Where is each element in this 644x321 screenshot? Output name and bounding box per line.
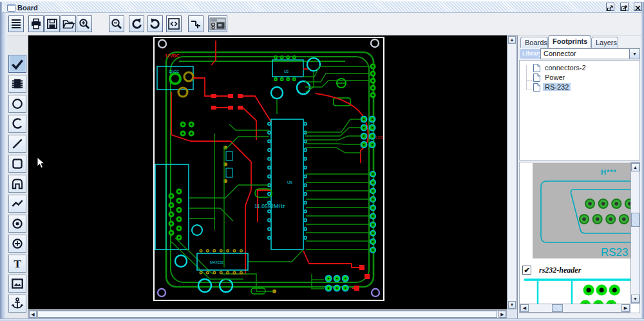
tool-anchor-button[interactable]	[8, 295, 26, 313]
tool-hole-button[interactable]	[8, 235, 26, 253]
code-icon	[167, 17, 180, 30]
scroll-up-arrow[interactable]: ▲	[631, 163, 639, 171]
polygon-icon	[10, 177, 24, 191]
canvas-hscrollbar[interactable]: ◀ ▶	[28, 310, 507, 318]
document-icon	[533, 64, 540, 72]
tab-layers-label: Layers	[596, 39, 617, 46]
undo-button[interactable]	[129, 15, 144, 32]
tool-rectangle-button[interactable]	[8, 155, 26, 173]
tool-arc-button[interactable]	[8, 115, 26, 133]
pcb-label-regulator: U2	[284, 70, 289, 73]
hole-icon	[10, 237, 24, 251]
scroll-right-arrow[interactable]: ▶	[498, 311, 506, 318]
rs232-header-checkbox[interactable]: ✔	[522, 266, 531, 275]
text-icon: T	[10, 257, 24, 271]
redo-icon	[149, 17, 162, 30]
pcb-label-supply-silk: 12VDC	[169, 70, 180, 73]
code-view-button[interactable]	[166, 15, 182, 32]
menu-icon	[10, 17, 23, 30]
tree-item-label: Power	[543, 73, 567, 81]
zoom-in-button[interactable]	[77, 15, 92, 32]
chip-icon	[10, 77, 24, 91]
save-button[interactable]	[44, 15, 60, 32]
tree-item-label: connectors-2	[543, 64, 588, 72]
tree-item-power[interactable]: Power	[533, 73, 567, 82]
board-preview-button[interactable]	[208, 15, 227, 32]
scroll-left-arrow[interactable]: ◀	[29, 311, 37, 318]
hscroll-thumb[interactable]	[552, 304, 563, 312]
tool-image-button[interactable]	[8, 275, 26, 293]
scroll-right-arrow[interactable]: ▶	[621, 304, 630, 312]
library-combo-arrow[interactable]: ▼	[629, 48, 640, 59]
title-bar[interactable]: Board	[2, 2, 641, 13]
scroll-up-arrow[interactable]: ▲	[508, 36, 516, 44]
tab-layers[interactable]: Layers	[591, 37, 618, 48]
vscroll-thumb[interactable]	[631, 213, 639, 227]
print-button[interactable]	[28, 15, 44, 32]
line-icon	[10, 137, 24, 151]
pcb-label-mcu: U9	[287, 180, 292, 184]
origin-icon	[189, 17, 202, 30]
pcb-label-transceiver: MAX232	[210, 260, 223, 264]
tool-polygon-button[interactable]	[8, 175, 26, 193]
scroll-left-arrow[interactable]: ◀	[520, 304, 529, 312]
preview-hscrollbar[interactable]: ◀ ▶	[520, 304, 630, 313]
tool-polyline-button[interactable]	[8, 195, 26, 213]
library-combobox[interactable]: Connector	[540, 48, 630, 59]
redo-button[interactable]	[147, 15, 163, 32]
checkmark-glyph: ✔	[524, 266, 529, 274]
tool-text-button[interactable]: T	[8, 255, 26, 273]
main-toolbar	[7, 13, 641, 35]
check-icon	[10, 57, 24, 71]
maximize-button[interactable]	[620, 3, 629, 11]
polyline-icon	[10, 197, 24, 211]
rectangle-icon	[10, 157, 24, 171]
open-button[interactable]	[61, 15, 76, 32]
rs232-footprint-drawing: H*** RS23	[533, 163, 631, 258]
tree-item-connectors-2[interactable]: connectors-2	[533, 63, 588, 72]
scroll-down-arrow[interactable]: ▼	[508, 301, 516, 309]
undo-icon	[130, 17, 143, 30]
canvas-vscrollbar[interactable]: ▲ ▼	[507, 35, 516, 309]
pcb-label-lcd: LCD	[375, 135, 384, 139]
preview-vscrollbar[interactable]: ▲ ▼	[630, 162, 640, 304]
minimize-button[interactable]	[606, 3, 614, 11]
close-icon	[635, 5, 641, 11]
minimize-icon	[607, 5, 613, 11]
close-button[interactable]	[634, 3, 642, 11]
footprint-preview-bottom[interactable]	[520, 277, 631, 304]
tool-pad-button[interactable]	[8, 215, 26, 233]
circle-icon	[10, 97, 24, 111]
tree-item-rs-232[interactable]: RS-232	[533, 83, 571, 92]
tool-circle-button[interactable]	[8, 95, 26, 113]
arc-icon	[10, 117, 24, 131]
tool-component-button[interactable]	[8, 75, 26, 93]
scroll-down-arrow[interactable]: ▼	[631, 295, 639, 303]
document-icon	[533, 83, 540, 92]
window-border-left	[0, 2, 7, 318]
pad-icon	[10, 217, 24, 231]
anchor-icon	[10, 297, 24, 311]
tree-guide	[526, 74, 533, 81]
design-canvas[interactable]: 12VDC 12VDC U2	[28, 35, 507, 309]
image-icon	[10, 277, 24, 291]
footprint-tree: connectors-2 Power RS-232	[519, 60, 640, 160]
tool-line-button[interactable]	[8, 135, 26, 153]
footprint-name-label: rs232-header	[539, 266, 581, 275]
open-folder-icon	[62, 17, 75, 30]
tab-boards[interactable]: Boards	[520, 37, 548, 48]
hscroll-thumb[interactable]	[37, 311, 497, 318]
preview-part-label: RS23	[601, 246, 629, 258]
board-image-icon	[209, 17, 226, 30]
zoom-out-button[interactable]	[109, 15, 124, 32]
preview-pin-label: H***	[601, 168, 617, 176]
footprint-preview-top[interactable]: H*** RS23	[533, 163, 631, 258]
tab-boards-label: Boards	[525, 39, 547, 46]
window-title: Board	[17, 4, 38, 12]
tree-item-label: RS-232	[543, 83, 571, 91]
menu-button[interactable]	[8, 15, 24, 32]
origin-button[interactable]	[188, 15, 204, 32]
tab-footprints[interactable]: Footprints	[548, 35, 591, 48]
tool-select-button[interactable]	[8, 55, 26, 73]
save-icon	[46, 17, 59, 30]
